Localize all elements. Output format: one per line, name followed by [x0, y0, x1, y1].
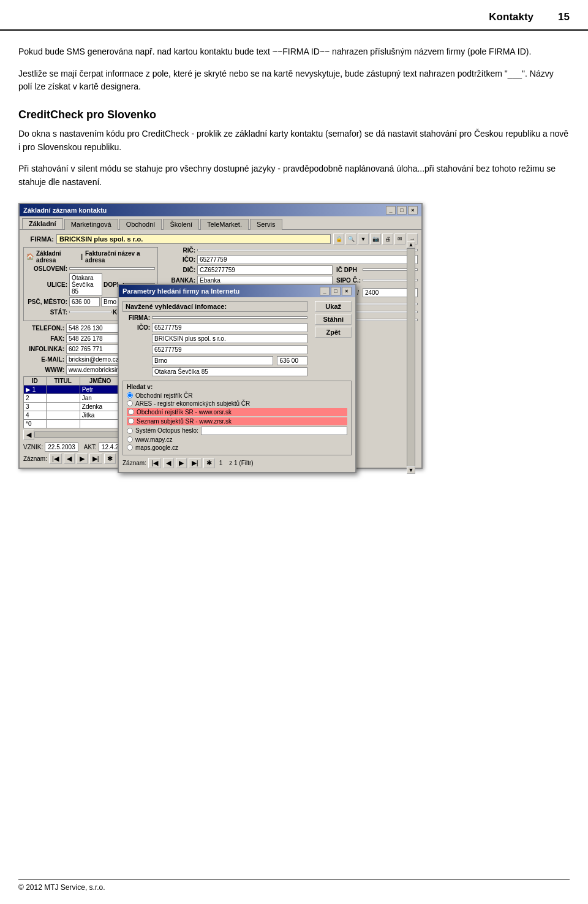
vscroll-track [407, 248, 415, 466]
psc-value[interactable]: 636 00 [69, 297, 100, 306]
popup-city-row: Brno 636 00 [123, 356, 307, 365]
cell-titul [46, 393, 80, 402]
ic-dph-label: IČ DPH [336, 267, 361, 273]
nav-first[interactable]: |◀ [49, 454, 62, 464]
close-button[interactable]: × [408, 206, 418, 215]
ric-value[interactable] [197, 249, 418, 251]
ico-value[interactable]: 65277759 [197, 255, 418, 264]
vznik-label: VZNIK: [23, 444, 43, 450]
dic-value[interactable]: CZ65277759 [197, 265, 333, 275]
cell-marker: *0 [24, 419, 47, 428]
popup-ico-row: IČO: 65277759 [123, 323, 307, 332]
popup-name-value[interactable]: BRICKSIN plus spol. s r.o. [152, 334, 307, 343]
popup-ico-value[interactable]: 65277759 [152, 323, 307, 332]
minimize-button[interactable]: _ [386, 206, 396, 215]
dialog-tabs: Základní Marketingová Obchodní Školení T… [20, 216, 421, 230]
popup-val3-row: 65277759 [123, 345, 307, 354]
radio-input-6[interactable] [127, 436, 133, 443]
popup-city-value[interactable]: Brno [152, 356, 273, 365]
popup-minimize[interactable]: _ [320, 287, 330, 295]
radio-input-5[interactable] [127, 428, 133, 434]
cell-jmeno: Petr [80, 385, 121, 393]
tab-zakladni[interactable]: Základní [22, 218, 63, 229]
vscroll-down[interactable]: ▼ [407, 466, 415, 474]
print-icon-btn[interactable]: 🖨 [382, 234, 393, 245]
invoice-separator: | [81, 253, 83, 260]
osloveni-value[interactable] [69, 267, 155, 270]
firma-value[interactable]: BRICKSIN plus spol. s r.o. [56, 234, 331, 244]
popup-nav-new[interactable]: ✱ [203, 458, 215, 468]
paragraph-1: Pokud bude SMS generována např. nad kart… [18, 45, 570, 59]
popup-dialog: Parametry hledání firmy na Internetu _ □… [118, 284, 356, 473]
radio-option-6[interactable]: www.mapy.cz [127, 436, 347, 443]
popup-main-area: Navžené vyhledávací infomace: FIRMA: IČO… [123, 301, 352, 378]
popup-nav-last[interactable]: ▶| [189, 458, 202, 468]
popup-close[interactable]: × [342, 287, 352, 295]
nav-new[interactable]: ✱ [104, 454, 116, 464]
popup-nav-next[interactable]: ▶ [176, 458, 187, 468]
email-label: E-MAIL: [23, 356, 66, 363]
page-number: 15 [558, 11, 570, 23]
popup-val3-value[interactable]: 65277759 [152, 345, 307, 354]
search-icon-btn[interactable]: 🔍 [345, 234, 356, 245]
stahni-button[interactable]: Stáhni [315, 314, 352, 325]
osloveni-label: OSLOVENÍ: [26, 265, 69, 272]
radio-option-7[interactable]: maps.google.cz [127, 444, 347, 451]
nav-last[interactable]: ▶| [89, 454, 102, 464]
col-header-titul: TITUL [46, 376, 80, 385]
tab-obchodni[interactable]: Obchodní [119, 219, 162, 230]
octopus-password[interactable] [201, 427, 347, 435]
popup-maximize[interactable]: □ [331, 287, 341, 295]
popup-psc-value[interactable]: 636 00 [277, 356, 307, 365]
fax-label: FAX: [23, 335, 66, 342]
stat-value[interactable] [69, 311, 111, 313]
nav-next[interactable]: ▶ [77, 454, 88, 464]
ulice-value[interactable]: Otakara Ševčíka 85 [69, 273, 102, 296]
radio-option-3[interactable]: Obchodní rejstřík SR - www.orsr.sk [127, 408, 347, 416]
cell-jmeno: Jitka [80, 411, 121, 419]
radio-input-1[interactable] [127, 392, 133, 398]
zpet-button[interactable]: Zpět [315, 327, 352, 338]
cell-jmeno: Zdenka [80, 402, 121, 411]
osloveni-row: OSLOVENÍ: [26, 265, 155, 272]
page-content: Pokud bude SMS generována např. nad kart… [0, 45, 588, 469]
section-title: CreditCheck pro Slovenko [18, 108, 570, 121]
radio-option-5[interactable]: Systém Octopus heslo: [127, 427, 347, 435]
radio-option-1[interactable]: Obchodní rejstřík ČR [127, 392, 347, 399]
tab-servis[interactable]: Servis [250, 219, 282, 230]
dic-label: DIČ: [162, 267, 195, 273]
tab-marketingova[interactable]: Marketingová [64, 219, 118, 230]
lock-icon-btn[interactable]: 🔒 [333, 234, 344, 245]
radio-input-7[interactable] [127, 444, 133, 450]
paragraph-2: Jestliže se mají čerpat informace z pole… [18, 67, 570, 94]
maximize-button[interactable]: □ [397, 206, 407, 215]
funnel-icon-btn[interactable]: ▼ [358, 234, 369, 245]
vznik-value[interactable]: 22.5.2003 [45, 443, 78, 452]
popup-street-value[interactable]: Otakara Ševčíka 85 [152, 367, 307, 376]
invoice-title: Fakturační název a adresa [85, 250, 155, 264]
radio-label-6: www.mapy.cz [135, 436, 172, 443]
hscroll-left[interactable]: ◀ [23, 430, 34, 440]
tab-telemarket[interactable]: TeleMarket. [200, 219, 249, 230]
popup-nav-prev[interactable]: ◀ [163, 458, 174, 468]
radio-option-4[interactable]: Seznam subjektů SR - www.zrsr.sk [127, 417, 347, 425]
radio-input-3[interactable] [128, 409, 134, 415]
tab-skoleni[interactable]: Školení [163, 219, 199, 230]
cell-jmeno: Jan [80, 393, 121, 402]
nav-prev[interactable]: ◀ [64, 454, 75, 464]
vscroll-bar[interactable]: ▲ ▼ [407, 241, 415, 474]
vscroll-up[interactable]: ▲ [407, 241, 415, 248]
titlebar-buttons: _ □ × [386, 206, 418, 215]
mail-icon-btn[interactable]: ✉ [394, 234, 405, 245]
radio-input-4[interactable] [128, 418, 134, 424]
popup-firma-value[interactable] [152, 316, 307, 319]
ico-label: IČO: [162, 256, 195, 263]
ric-row: RIČ: [162, 247, 418, 254]
camera-icon-btn[interactable]: 📷 [370, 234, 381, 245]
cell-titul [46, 402, 80, 411]
ukazat-button[interactable]: Ukaž [315, 301, 352, 312]
cell-marker: 2 [24, 393, 47, 402]
radio-option-2[interactable]: ARES - registr ekonomických subjektů ČR [127, 400, 347, 407]
popup-nav-first[interactable]: |◀ [148, 458, 161, 468]
radio-input-2[interactable] [127, 400, 133, 406]
